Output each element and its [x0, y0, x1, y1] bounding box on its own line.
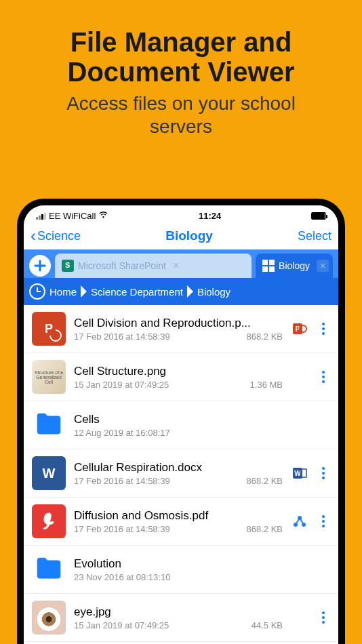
- grid-icon: [262, 260, 275, 272]
- chevron-right-icon: [187, 285, 193, 298]
- chevron-right-icon: [81, 285, 87, 298]
- file-date: 23 Nov 2016 at 08:13:10: [74, 572, 170, 582]
- file-date: 17 Feb 2016 at 14:58:39: [74, 524, 170, 534]
- breadcrumb: Home Science Department Biology: [24, 278, 338, 305]
- close-icon[interactable]: ×: [317, 260, 329, 272]
- image-thumbnail: Structure of a Generalized Cell: [32, 360, 66, 394]
- file-name: Diffusion and Osmosis.pdf: [74, 509, 283, 523]
- list-item[interactable]: Structure of a Generalized Cell Cell Str…: [24, 353, 338, 401]
- file-name: Cells: [74, 413, 330, 426]
- history-icon[interactable]: [29, 283, 45, 300]
- file-date: 12 Aug 2019 at 16:08:17: [74, 428, 170, 438]
- file-name: Evolution: [74, 557, 330, 571]
- file-size: 868.2 KB: [247, 476, 283, 486]
- signal-icon: [36, 213, 46, 220]
- pdf-icon: [32, 504, 66, 538]
- more-button[interactable]: [317, 371, 330, 383]
- promo-header: File Manager and Document Viewer Access …: [0, 0, 362, 151]
- file-list[interactable]: P Cell Division and Reproduction.p... 17…: [24, 305, 338, 644]
- back-label: Science: [37, 229, 81, 243]
- word-icon: W: [32, 456, 66, 490]
- wifi-icon: [98, 211, 108, 221]
- more-button[interactable]: [317, 467, 330, 479]
- back-button[interactable]: ‹ Science: [31, 228, 81, 244]
- tab-sharepoint[interactable]: Microsoft SharePoint ×: [55, 254, 252, 278]
- tab-biology[interactable]: Biology ×: [256, 254, 333, 278]
- list-item[interactable]: W Cellular Respiration.docx 17 Feb 2016 …: [24, 449, 338, 498]
- list-item[interactable]: Cells 12 Aug 2019 at 16:08:17: [24, 401, 338, 449]
- file-name: eye.jpg: [74, 605, 283, 619]
- file-name: Cell Division and Reproduction.p...: [74, 317, 283, 330]
- crumb-dept[interactable]: Science Department: [91, 286, 183, 298]
- file-info: Cell Structure.png 15 Jan 2019 at 07:49:…: [74, 365, 283, 390]
- powerpoint-icon: P: [32, 312, 66, 346]
- powerpoint-app-icon: P: [291, 321, 308, 336]
- page-title: Biology: [165, 228, 213, 243]
- status-time: 11:24: [199, 211, 221, 221]
- phone-frame: EE WiFiCall 11:24 ‹ Science Biology Sele…: [17, 199, 345, 644]
- file-date: 15 Jan 2019 at 07:49:25: [74, 380, 169, 390]
- more-button[interactable]: [317, 323, 330, 335]
- file-size: 868.2 KB: [247, 524, 283, 534]
- close-icon[interactable]: ×: [173, 260, 179, 272]
- tab-label: Microsoft SharePoint: [78, 260, 166, 271]
- tab-strip: Microsoft SharePoint × Biology ×: [24, 249, 338, 278]
- list-item[interactable]: Diffusion and Osmosis.pdf 17 Feb 2016 at…: [24, 498, 338, 546]
- svg-text:W: W: [294, 470, 301, 477]
- list-item[interactable]: P Cell Division and Reproduction.p... 17…: [24, 305, 338, 353]
- list-item[interactable]: eye.jpg 15 Jan 2019 at 07:49:25 44.5 KB: [24, 594, 338, 642]
- file-info: Cells 12 Aug 2019 at 16:08:17: [74, 413, 330, 438]
- carrier-label: EE WiFiCall: [49, 211, 96, 221]
- promo-title-line1: File Manager and: [71, 27, 292, 57]
- file-date: 15 Jan 2019 at 07:49:25: [74, 620, 169, 630]
- crumb-home[interactable]: Home: [49, 286, 77, 298]
- promo-subtitle: Access files on your school servers: [20, 92, 342, 138]
- folder-icon: [32, 552, 66, 586]
- battery-icon: [311, 212, 326, 220]
- add-tab-button[interactable]: [29, 255, 51, 277]
- file-size: 868.2 KB: [247, 331, 283, 342]
- tab-label: Biology: [279, 260, 310, 271]
- nav-bar: ‹ Science Biology Select: [24, 224, 338, 249]
- chevron-left-icon: ‹: [31, 228, 36, 244]
- pdf-app-icon: [291, 514, 308, 529]
- list-item[interactable]: Evolution 23 Nov 2016 at 08:13:10: [24, 546, 338, 594]
- sharepoint-icon: [62, 260, 74, 272]
- promo-subtitle-line2: servers: [150, 116, 212, 137]
- more-button[interactable]: [317, 515, 330, 527]
- file-info: eye.jpg 15 Jan 2019 at 07:49:25 44.5 KB: [74, 605, 283, 630]
- status-bar: EE WiFiCall 11:24: [24, 205, 338, 224]
- file-date: 17 Feb 2016 at 14:58:39: [74, 331, 170, 342]
- file-info: Cell Division and Reproduction.p... 17 F…: [74, 317, 283, 342]
- crumb-current[interactable]: Biology: [197, 286, 230, 298]
- file-name: Cellular Respiration.docx: [74, 461, 283, 475]
- promo-subtitle-line1: Access files on your school: [66, 93, 296, 114]
- file-info: Diffusion and Osmosis.pdf 17 Feb 2016 at…: [74, 509, 283, 534]
- file-size: 44.5 KB: [252, 620, 283, 630]
- file-info: Cellular Respiration.docx 17 Feb 2016 at…: [74, 461, 283, 486]
- status-right: [311, 212, 326, 220]
- file-size: 1.36 MB: [250, 380, 283, 390]
- more-button[interactable]: [317, 611, 330, 624]
- select-button[interactable]: Select: [298, 229, 331, 243]
- file-info: Evolution 23 Nov 2016 at 08:13:10: [74, 557, 330, 582]
- phone-screen: EE WiFiCall 11:24 ‹ Science Biology Sele…: [24, 205, 338, 644]
- image-thumbnail: [32, 601, 66, 635]
- promo-title: File Manager and Document Viewer: [20, 27, 342, 87]
- promo-title-line2: Document Viewer: [68, 57, 295, 87]
- file-date: 17 Feb 2016 at 14:58:39: [74, 476, 170, 486]
- folder-icon: [32, 408, 66, 442]
- status-left: EE WiFiCall: [36, 211, 108, 221]
- file-name: Cell Structure.png: [74, 365, 283, 378]
- word-app-icon: W: [291, 466, 308, 481]
